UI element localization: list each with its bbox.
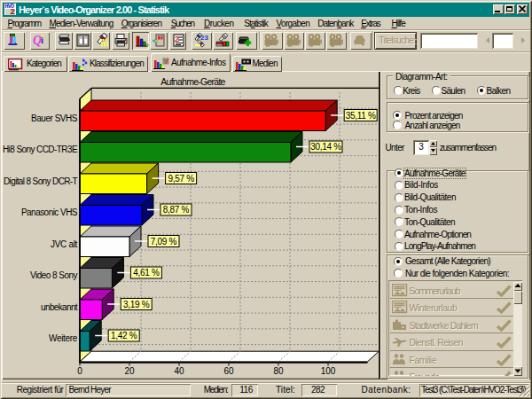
- svg-text:?: ?: [164, 58, 168, 66]
- svg-text:JVC alt: JVC alt: [51, 239, 78, 249]
- svg-text:3,19 %: 3,19 %: [123, 300, 150, 309]
- svg-text:4,61 %: 4,61 %: [133, 268, 160, 278]
- svg-text:35,11 %: 35,11 %: [346, 111, 376, 121]
- svg-text:80: 80: [273, 366, 284, 376]
- svg-text:2: 2: [175, 35, 179, 43]
- svg-text:40: 40: [174, 366, 184, 376]
- svg-text:Weitere: Weitere: [49, 333, 78, 343]
- svg-text:100: 100: [321, 366, 336, 376]
- svg-text:0: 0: [77, 366, 82, 376]
- svg-text:7,09 %: 7,09 %: [151, 237, 177, 246]
- svg-text:9,57 %: 9,57 %: [168, 174, 194, 184]
- svg-text:Aufnahme-Geräte: Aufnahme-Geräte: [160, 76, 225, 87]
- svg-text:1,42 %: 1,42 %: [111, 331, 137, 340]
- svg-text:Hi8 Sony CCD-TR3E: Hi8 Sony CCD-TR3E: [3, 145, 78, 154]
- svg-text:30,14 %: 30,14 %: [310, 142, 341, 152]
- svg-text:20: 20: [124, 366, 135, 376]
- svg-text:8,87 %: 8,87 %: [163, 205, 190, 215]
- svg-text:Video 8 Sony: Video 8 Sony: [30, 270, 77, 280]
- svg-text:Digital 8 Sony DCR-T: Digital 8 Sony DCR-T: [4, 176, 78, 186]
- svg-text:unbekannt: unbekannt: [41, 302, 78, 312]
- svg-text:Panasonic VHS: Panasonic VHS: [21, 207, 78, 217]
- svg-text:60: 60: [223, 366, 234, 376]
- svg-text:Bauer SVHS: Bauer SVHS: [31, 113, 78, 123]
